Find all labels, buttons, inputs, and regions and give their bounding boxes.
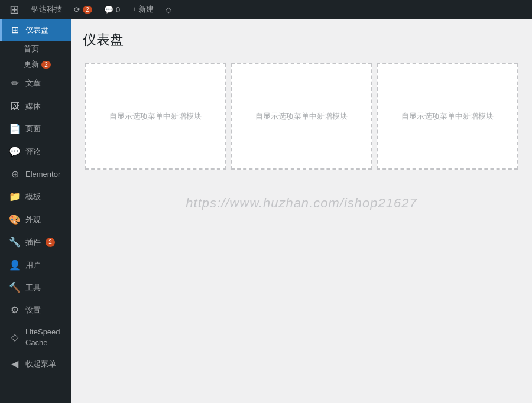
widget-column-3: 自显示选项菜单中新增模块 [374,61,520,172]
admin-bar: ⊞ 锢达科技 ⟳ 2 💬 0 + 新建 ◇ [0,0,532,19]
main-layout: ⊞ 仪表盘 首页 更新 2 ✏ 文章 🖼 媒体 📄 页面 💬 评论 ⊕ [0,19,532,403]
updates-button[interactable]: ⟳ 2 [69,0,97,19]
widget-placeholder-2[interactable]: 自显示选项菜单中新增模块 [231,63,372,170]
updates-icon: ⟳ [74,5,80,14]
dashboard-icon: ⊞ [9,24,21,37]
sidebar-item-appearance[interactable]: 🎨 外观 [0,209,71,231]
sidebar-item-settings[interactable]: ⚙ 设置 [0,299,71,321]
sidebar-item-plugins[interactable]: 🔧 插件 2 [0,231,71,254]
sidebar-item-dashboard[interactable]: ⊞ 仪表盘 [0,19,71,41]
sidebar-item-appearance-label: 外观 [25,214,41,225]
site-name-button[interactable]: 锢达科技 [27,0,67,19]
widget-column-2: 自显示选项菜单中新增模块 [229,61,375,172]
sidebar-item-comments[interactable]: 💬 评论 [0,141,71,163]
sidebar-sub-home[interactable]: 首页 [0,41,71,57]
sidebar: ⊞ 仪表盘 首页 更新 2 ✏ 文章 🖼 媒体 📄 页面 💬 评论 ⊕ [0,19,71,403]
sidebar-item-elementor[interactable]: ⊕ Elementor [0,163,71,186]
sidebar-item-pages[interactable]: 📄 页面 [0,118,71,140]
comments-count: 0 [116,5,120,14]
sidebar-item-posts-label: 文章 [25,78,41,89]
page-title: 仪表盘 [83,31,520,49]
sidebar-item-tools-label: 工具 [25,282,41,293]
watermark: https://www.huzhan.com/ishop21627 [83,196,520,211]
widget-placeholder-3-label: 自显示选项菜单中新增模块 [401,111,494,122]
widget-placeholder-2-label: 自显示选项菜单中新增模块 [255,111,348,122]
sidebar-item-users[interactable]: 👤 用户 [0,254,71,277]
comments-sidebar-icon: 💬 [9,145,21,158]
sidebar-item-users-label: 用户 [25,260,41,271]
updates-label: 更新 [24,59,39,70]
widget-placeholder-1-label: 自显示选项菜单中新增模块 [109,111,202,122]
updates-badge: 2 [83,6,92,14]
sidebar-item-dashboard-label: 仪表盘 [25,25,48,35]
sidebar-item-templates-label: 模板 [25,191,41,202]
sidebar-item-collapse-label: 收起菜单 [25,359,56,369]
sidebar-item-media-label: 媒体 [25,101,41,112]
sidebar-item-settings-label: 设置 [25,305,41,316]
sidebar-item-templates[interactable]: 📁 模板 [0,186,71,208]
pages-icon: 📄 [9,122,21,135]
site-name-label: 锢达科技 [31,4,62,15]
comments-icon: 💬 [104,5,113,14]
tools-icon: 🔨 [9,281,21,294]
customize-icon: ◇ [166,5,171,14]
media-icon: 🖼 [9,100,21,113]
customize-button[interactable]: ◇ [161,0,176,19]
content-area: 仪表盘 自显示选项菜单中新增模块 自显示选项菜单中新增模块 自显示选项菜单中新增… [71,19,532,403]
templates-icon: 📁 [9,190,21,203]
posts-icon: ✏ [9,77,21,90]
users-icon: 👤 [9,259,21,272]
widgets-container: 自显示选项菜单中新增模块 自显示选项菜单中新增模块 自显示选项菜单中新增模块 [83,61,520,172]
home-label: 首页 [24,44,39,54]
settings-icon: ⚙ [9,304,21,317]
sidebar-sub-updates[interactable]: 更新 2 [0,57,71,72]
widget-column-1: 自显示选项菜单中新增模块 [83,61,229,172]
elementor-icon: ⊕ [9,168,21,181]
new-content-label: + 新建 [132,4,154,15]
sidebar-item-litespeed-label: LiteSpeed Cache [25,327,64,348]
wp-logo-icon: ⊞ [9,2,20,17]
collapse-icon: ◀ [9,358,21,370]
sidebar-item-collapse[interactable]: ◀ 收起菜单 [0,353,71,375]
sidebar-item-litespeed[interactable]: ◇ LiteSpeed Cache [0,322,71,353]
new-content-button[interactable]: + 新建 [127,0,158,19]
plugins-badge: 2 [46,238,55,247]
litespeed-icon: ◇ [9,331,21,344]
wp-logo-button[interactable]: ⊞ [5,0,24,19]
updates-sub-badge: 2 [41,61,51,69]
sidebar-item-elementor-label: Elementor [25,169,60,180]
sidebar-item-pages-label: 页面 [25,124,41,134]
widget-placeholder-3[interactable]: 自显示选项菜单中新增模块 [377,63,518,170]
appearance-icon: 🎨 [9,213,21,226]
plugins-icon: 🔧 [9,236,21,249]
comments-button[interactable]: 💬 0 [99,0,125,19]
sidebar-item-media[interactable]: 🖼 媒体 [0,95,71,118]
sidebar-item-posts[interactable]: ✏ 文章 [0,72,71,95]
widget-placeholder-1[interactable]: 自显示选项菜单中新增模块 [85,63,226,170]
sidebar-item-tools[interactable]: 🔨 工具 [0,277,71,299]
sidebar-item-plugins-label: 插件 [25,237,41,248]
watermark-text: https://www.huzhan.com/ishop21627 [186,196,417,210]
sidebar-item-comments-label: 评论 [25,147,41,157]
